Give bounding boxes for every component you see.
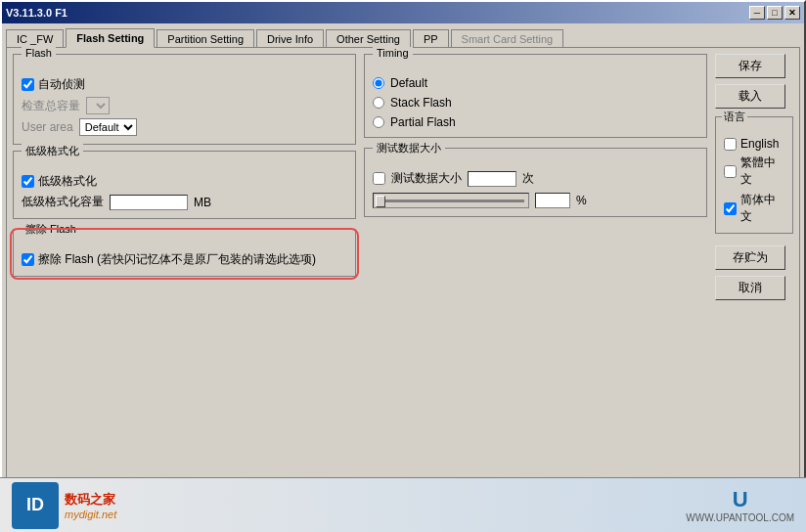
timing-radio-group: Default Stack Flash Partial Flash (373, 76, 698, 129)
window-title: V3.11.3.0 F1 (6, 7, 67, 19)
bottom-bar: ID 数码之家 mydigit.net U WWW.UPANTOOL.COM (0, 477, 806, 532)
timing-partial-flash-radio[interactable] (373, 116, 384, 128)
lang-english-checkbox[interactable] (724, 138, 737, 151)
low-format-capacity-input[interactable] (110, 195, 188, 210)
auto-detect-label: 自动侦测 (38, 76, 85, 93)
low-format-capacity-unit: MB (194, 196, 211, 209)
save-button[interactable]: 保存 (715, 54, 785, 78)
slider-thumb (376, 196, 385, 207)
flash-group-label: Flash (22, 47, 56, 59)
low-format-checkbox[interactable] (22, 175, 34, 188)
right-panel: Timing Default Stack Flash Partial Fl (364, 54, 707, 519)
cancel-button[interactable]: 取消 (715, 276, 785, 300)
left-panel: Flash 自动侦测 检查总容量 Use (13, 54, 356, 519)
language-group-label: 语言 (722, 110, 747, 124)
window-content: IC _FW Flash Setting Partition Setting D… (2, 23, 804, 530)
save-as-button[interactable]: 存贮为 (715, 245, 785, 270)
test-data-checkbox-label: 测试数据大小 (391, 170, 462, 187)
erase-flash-checkbox[interactable] (22, 253, 34, 266)
brand-top: 数码之家 (65, 491, 116, 509)
title-bar-buttons: ─ □ ✕ (749, 6, 800, 20)
user-area-row: User area Default (22, 118, 347, 136)
test-data-group: 测试数据大小 测试数据大小 次 (364, 148, 707, 217)
test-data-percent-input[interactable] (535, 193, 570, 208)
low-format-capacity-label: 低级格式化容量 (22, 194, 104, 210)
tab-ic-fw[interactable]: IC _FW (6, 29, 64, 48)
low-format-capacity-row: 低级格式化容量 MB (22, 194, 347, 210)
lang-traditional-row[interactable]: 繁體中文 (724, 155, 784, 188)
main-window: V3.11.3.0 F1 ─ □ ✕ IC _FW Flash Setting … (0, 0, 806, 532)
timing-default-label: Default (390, 76, 427, 90)
lang-simplified-label: 简体中文 (740, 192, 784, 225)
right-logo: U WWW.UPANTOOL.COM (686, 487, 794, 523)
low-format-label: 低级格式化 (38, 173, 97, 190)
timing-partial-flash-label: Partial Flash (390, 115, 456, 129)
action-panel: 保存 载入 语言 English 繁體中文 (715, 54, 793, 519)
erase-flash-group: 擦除 Flash 擦除 Flash (若快闪记忆体不是原厂包装的请选此选项) (13, 229, 356, 277)
tab-smart-card: Smart Card Setting (451, 29, 564, 48)
low-format-group: 低级格式化 低级格式化 低级格式化容量 MB (13, 151, 356, 219)
tab-flash-setting[interactable]: Flash Setting (66, 28, 155, 48)
timing-group: Timing Default Stack Flash Partial Fl (364, 54, 707, 138)
lang-traditional-label: 繁體中文 (740, 155, 784, 188)
lang-english-row[interactable]: English (724, 137, 784, 151)
logo-icon: ID (12, 482, 59, 529)
low-format-group-inner: 低级格式化 低级格式化容量 MB (22, 173, 347, 210)
logo-text: 数码之家 mydigit.net (65, 491, 116, 520)
flash-group: Flash 自动侦测 检查总容量 Use (13, 54, 356, 145)
test-data-inner: 测试数据大小 次 % (373, 170, 698, 208)
test-data-slider[interactable] (373, 193, 529, 208)
u-logo-url: WWW.UPANTOOL.COM (686, 512, 794, 523)
tab-panel-flash-setting: Flash 自动侦测 检查总容量 Use (6, 47, 800, 526)
language-options: English 繁體中文 简体中文 (724, 137, 784, 225)
test-data-value-input[interactable] (468, 171, 516, 187)
load-button[interactable]: 载入 (715, 84, 785, 109)
bottom-left-logo: ID 数码之家 mydigit.net (12, 482, 116, 529)
lang-simplified-row[interactable]: 简体中文 (724, 192, 784, 225)
flash-group-inner: 自动侦测 检查总容量 User area Default (22, 76, 347, 136)
erase-flash-label: 擦除 Flash (若快闪记忆体不是原厂包装的请选此选项) (38, 251, 316, 268)
timing-partial-flash-row[interactable]: Partial Flash (373, 115, 698, 129)
test-data-checkbox[interactable] (373, 172, 385, 185)
timing-stack-flash-label: Stack Flash (390, 96, 452, 110)
test-data-row: 测试数据大小 次 (373, 170, 698, 187)
u-logo-letter: U (733, 487, 748, 512)
timing-default-radio[interactable] (373, 77, 384, 89)
timing-default-row[interactable]: Default (373, 76, 698, 90)
timing-group-label: Timing (373, 47, 413, 59)
timing-stack-flash-row[interactable]: Stack Flash (373, 96, 698, 110)
tab-pp[interactable]: PP (413, 29, 449, 48)
auto-detect-checkbox[interactable] (22, 78, 34, 91)
user-area-select[interactable]: Default (79, 118, 137, 136)
language-group: 语言 English 繁體中文 简体中文 (715, 116, 793, 234)
test-data-unit: 次 (522, 170, 534, 187)
lang-traditional-checkbox[interactable] (724, 165, 737, 178)
test-data-slider-container: % (373, 193, 698, 208)
slider-track (378, 200, 524, 202)
erase-flash-group-label: 擦除 Flash (22, 222, 80, 237)
check-total-row: 检查总容量 (22, 97, 347, 114)
low-format-checkbox-row: 低级格式化 (22, 173, 347, 190)
auto-detect-checkbox-row: 自动侦测 (22, 76, 347, 93)
user-area-label: User area (22, 120, 73, 134)
tab-bar: IC _FW Flash Setting Partition Setting D… (6, 27, 800, 47)
low-format-group-label: 低级格式化 (22, 144, 83, 158)
close-button[interactable]: ✕ (784, 6, 800, 20)
erase-flash-inner: 擦除 Flash (若快闪记忆体不是原厂包装的请选此选项) (22, 251, 347, 268)
brand-bottom: mydigit.net (65, 509, 116, 520)
check-total-label: 检查总容量 (22, 98, 80, 114)
check-total-select (86, 97, 110, 114)
minimize-button[interactable]: ─ (749, 6, 765, 20)
title-bar: V3.11.3.0 F1 ─ □ ✕ (2, 2, 804, 23)
tab-other-setting[interactable]: Other Setting (326, 29, 411, 48)
erase-flash-checkbox-row: 擦除 Flash (若快闪记忆体不是原厂包装的请选此选项) (22, 251, 347, 268)
lang-english-label: English (740, 137, 779, 151)
maximize-button[interactable]: □ (767, 6, 783, 20)
test-data-group-label: 测试数据大小 (373, 141, 445, 155)
timing-stack-flash-radio[interactable] (373, 97, 384, 109)
test-data-percent-label: % (576, 194, 587, 207)
tab-drive-info[interactable]: Drive Info (256, 29, 324, 48)
tab-partition-setting[interactable]: Partition Setting (157, 29, 254, 48)
lang-simplified-checkbox[interactable] (724, 202, 737, 215)
